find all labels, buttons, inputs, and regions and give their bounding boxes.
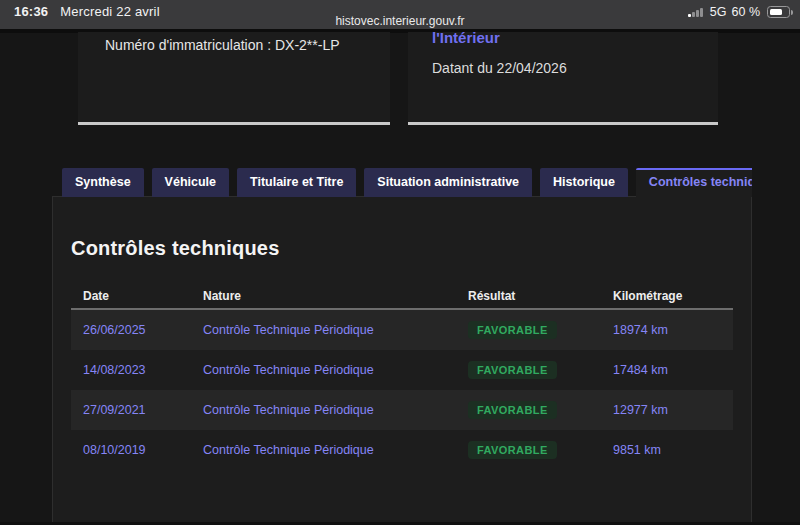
inspection-date: 27/09/2021: [71, 403, 191, 417]
certificat-date-label: Datant du 22/04/2026: [432, 60, 718, 76]
inspection-kilometrage: 17484 km: [601, 363, 733, 377]
col-header-kilometrage: Kilométrage: [601, 289, 733, 303]
inspection-nature: Contrôle Technique Périodique: [191, 443, 456, 457]
card-certificat: l'Intérieur Datant du 22/04/2026: [408, 32, 718, 125]
inspections-table: Date Nature Résultat Kilométrage 26/06/2…: [71, 284, 733, 470]
col-header-date: Date: [71, 289, 191, 303]
col-header-nature: Nature: [191, 289, 456, 303]
inspection-nature: Contrôle Technique Périodique: [191, 323, 456, 337]
status-badge: FAVORABLE: [468, 321, 557, 339]
table-body: 26/06/2025 Contrôle Technique Périodique…: [71, 310, 733, 470]
table-row: 08/10/2019 Contrôle Technique Périodique…: [71, 430, 733, 470]
inspection-nature: Contrôle Technique Périodique: [191, 363, 456, 377]
inspection-kilometrage: 9851 km: [601, 443, 733, 457]
table-row: 26/06/2025 Contrôle Technique Périodique…: [71, 310, 733, 350]
certificat-title-link[interactable]: l'Intérieur: [432, 32, 718, 46]
tab-historique[interactable]: Historique: [540, 168, 628, 197]
battery-percent-label: 60 %: [732, 5, 761, 19]
card-immatriculation: Numéro d'immatriculation : DX-2**-LP: [78, 32, 390, 125]
status-badge: FAVORABLE: [468, 401, 557, 419]
network-type-label: 5G: [710, 5, 727, 19]
status-bar: 16:36Mercredi 22 avril histovec.interieu…: [0, 0, 800, 29]
tab-situation-administrative[interactable]: Situation administrative: [364, 168, 532, 197]
table-row: 14/08/2023 Contrôle Technique Périodique…: [71, 350, 733, 390]
inspection-result: FAVORABLE: [456, 361, 601, 379]
tab-vehicule[interactable]: Véhicule: [152, 168, 229, 197]
tab-titulaire-et-titre[interactable]: Titulaire et Titre: [237, 168, 356, 197]
safari-url-bar[interactable]: histovec.interieur.gouv.fr: [0, 14, 800, 28]
web-page: Numéro d'immatriculation : DX-2**-LP l'I…: [0, 29, 800, 525]
panel-heading: Contrôles techniques: [71, 237, 733, 260]
controles-techniques-panel: Contrôles techniques Date Nature Résulta…: [52, 196, 752, 525]
status-badge: FAVORABLE: [468, 361, 557, 379]
inspection-result: FAVORABLE: [456, 441, 601, 459]
inspection-date: 08/10/2019: [71, 443, 191, 457]
table-row: 27/09/2021 Contrôle Technique Périodique…: [71, 390, 733, 430]
inspection-result: FAVORABLE: [456, 401, 601, 419]
inspection-nature: Contrôle Technique Périodique: [191, 403, 456, 417]
col-header-resultat: Résultat: [456, 289, 601, 303]
inspection-date: 14/08/2023: [71, 363, 191, 377]
inspection-kilometrage: 18974 km: [601, 323, 733, 337]
inspection-result: FAVORABLE: [456, 321, 601, 339]
tab-bar: Synthèse Véhicule Titulaire et Titre Sit…: [52, 168, 752, 197]
inspection-date: 26/06/2025: [71, 323, 191, 337]
status-indicators: 5G 60 %: [688, 5, 790, 19]
battery-icon: [767, 6, 790, 18]
cellular-signal-icon: [688, 7, 703, 17]
immatriculation-label: Numéro d'immatriculation : DX-2**-LP: [105, 37, 390, 53]
tab-synthese[interactable]: Synthèse: [62, 168, 144, 197]
screen: 16:36Mercredi 22 avril histovec.interieu…: [0, 0, 800, 525]
table-header-row: Date Nature Résultat Kilométrage: [71, 284, 733, 310]
inspection-kilometrage: 12977 km: [601, 403, 733, 417]
status-badge: FAVORABLE: [468, 441, 557, 459]
tab-controles-techniques[interactable]: Contrôles techniques: [636, 168, 752, 197]
